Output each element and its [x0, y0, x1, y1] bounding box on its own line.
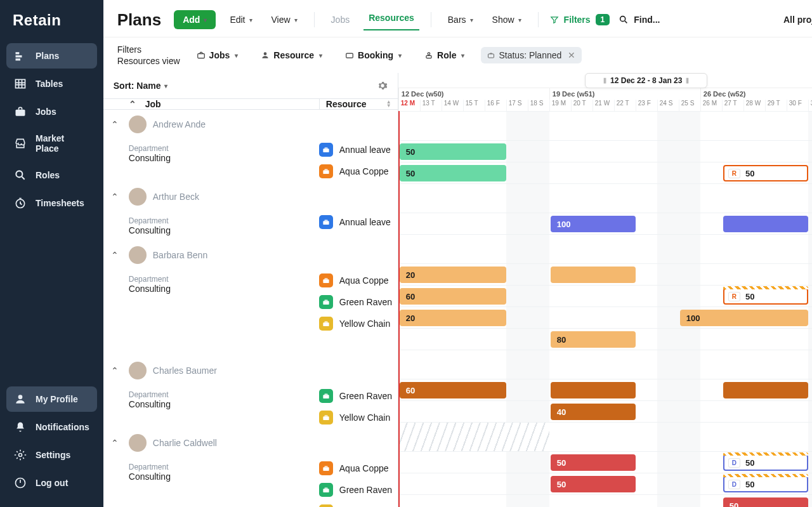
booking-bar[interactable]: R50 — [723, 165, 808, 181]
svg-rect-25 — [323, 468, 329, 471]
booking-bar[interactable]: 50 — [723, 497, 808, 507]
day-label: 17 S — [506, 100, 528, 111]
menu-view[interactable]: View▾ — [266, 11, 303, 29]
task-color-icon — [319, 164, 333, 178]
filter-tag-status[interactable]: Status: Planned✕ — [481, 47, 582, 63]
booking-bar[interactable] — [551, 382, 636, 398]
task-color-icon — [319, 461, 333, 475]
sort-icon[interactable]: ▲▼ — [386, 100, 391, 108]
booking-bar[interactable]: 100 — [551, 216, 636, 232]
filter-booking[interactable]: Booking▾ — [339, 47, 408, 63]
task-row[interactable]: Annual leave — [319, 211, 398, 233]
chevron-up-icon[interactable]: ⌃ — [111, 119, 122, 129]
add-button[interactable]: Add▾ — [174, 10, 216, 29]
booking-bar[interactable]: D50 — [723, 454, 808, 471]
menu-show[interactable]: Show▾ — [487, 11, 527, 29]
menu-bars[interactable]: Bars▾ — [443, 11, 478, 29]
profile-icon — [14, 393, 27, 405]
booking-bar[interactable]: 50 — [551, 454, 636, 471]
find-button[interactable]: Find... — [619, 15, 660, 25]
resource-group[interactable]: ⌃Charles Baumer — [103, 356, 398, 385]
task-row[interactable]: Yellow Chain — [319, 501, 398, 507]
svg-rect-22 — [323, 323, 329, 327]
task-color-icon — [319, 273, 333, 287]
plans-icon — [14, 49, 27, 62]
task-row[interactable]: Aqua Coppe — [319, 458, 398, 479]
booking-bar[interactable]: D50 — [723, 476, 808, 492]
timesheets-icon — [14, 197, 27, 209]
filters-button[interactable]: Filters 1 — [550, 14, 610, 25]
scope-selector[interactable]: All projects and resources▾ — [778, 11, 812, 29]
week-label: 26 Dec (w52) — [700, 88, 812, 100]
date-range-pill[interactable]: ⦀12 Dec 22 - 8 Jan 23⦀ — [585, 73, 707, 88]
booking-bar[interactable]: 50 — [400, 165, 506, 181]
task-row[interactable]: Aqua Coppe — [319, 270, 398, 291]
nav-gear[interactable]: Settings — [6, 442, 97, 468]
task-row[interactable]: Yellow Chain — [319, 407, 398, 428]
day-label: 26 M — [700, 100, 722, 111]
task-row[interactable]: Aqua Coppe — [319, 161, 398, 182]
task-color-icon — [319, 389, 333, 403]
gear-icon[interactable] — [377, 81, 388, 91]
booking-bar[interactable] — [723, 216, 808, 232]
search-icon — [619, 15, 629, 25]
booking-bar[interactable]: 40 — [551, 404, 636, 420]
day-label: 19 M — [549, 100, 571, 111]
chevron-up-icon[interactable]: ⌃ — [111, 250, 122, 260]
menu-edit[interactable]: Edit▾ — [225, 11, 257, 29]
booking-bar[interactable]: 60 — [400, 382, 506, 398]
booking-bar[interactable]: 60 — [400, 288, 506, 305]
briefcase-icon — [197, 51, 206, 60]
week-label: 12 Dec (w50) — [398, 88, 549, 100]
tab-resources[interactable]: Resources — [363, 9, 419, 30]
filter-role[interactable]: Role▾ — [418, 47, 471, 63]
col-resource[interactable]: Resource — [326, 99, 367, 109]
close-icon[interactable]: ✕ — [568, 50, 575, 60]
today-line — [398, 111, 400, 507]
dept-value: Consulting — [129, 284, 319, 294]
resource-group[interactable]: ⌃Barbara Benn — [103, 240, 398, 270]
nav-plans[interactable]: Plans — [6, 43, 97, 69]
nav-bell[interactable]: Notifications — [6, 414, 97, 440]
nav-timesheets[interactable]: Timesheets — [6, 190, 97, 216]
col-job: Job — [145, 99, 161, 109]
chevron-up-icon[interactable]: ⌃ — [111, 192, 122, 202]
task-row[interactable]: Green Raven — [319, 479, 398, 501]
task-row[interactable]: Yellow Chain — [319, 313, 398, 334]
booking-bar[interactable]: 20 — [400, 267, 506, 283]
booking-bar[interactable]: 80 — [551, 331, 636, 348]
day-label: 15 T — [463, 100, 485, 111]
booking-bar[interactable]: 50 — [400, 143, 506, 160]
tab-jobs[interactable]: Jobs — [326, 11, 355, 29]
task-row[interactable]: Green Raven — [319, 385, 398, 407]
nav-profile[interactable]: My Profile — [6, 386, 97, 412]
collapse-all-icon[interactable]: ⌃ — [129, 99, 136, 109]
dept-value: Consulting — [129, 225, 319, 235]
nav-logout[interactable]: Log out — [6, 470, 97, 496]
resource-group[interactable]: ⌃Andrew Ande — [103, 110, 398, 139]
booking-bar[interactable]: 50 — [551, 476, 636, 492]
avatar — [129, 115, 147, 133]
task-row[interactable]: Annual leave — [319, 139, 398, 161]
nav-market[interactable]: Market Place — [6, 127, 97, 160]
filter-jobs[interactable]: Jobs▾ — [190, 47, 245, 63]
resource-group[interactable]: ⌃Charlie Caldwell — [103, 428, 398, 458]
booking-bar[interactable] — [723, 382, 808, 398]
booking-bar[interactable]: 20 — [400, 310, 506, 326]
svg-rect-17 — [323, 149, 329, 153]
booking-bar[interactable] — [551, 267, 636, 283]
nav-tables[interactable]: Tables — [6, 71, 97, 96]
nav-jobs[interactable]: Jobs — [6, 99, 97, 124]
chevron-up-icon[interactable]: ⌃ — [111, 438, 122, 448]
task-row[interactable]: Green Raven — [319, 291, 398, 313]
booking-bar[interactable]: R50 — [723, 288, 808, 305]
jobs-icon — [14, 105, 27, 118]
chevron-up-icon[interactable]: ⌃ — [111, 365, 122, 376]
resource-group[interactable]: ⌃Arthur Beck — [103, 182, 398, 211]
nav-roles[interactable]: Roles — [6, 162, 97, 188]
filter-resource[interactable]: Resource▾ — [254, 47, 329, 63]
roles-icon — [14, 169, 27, 181]
booking-bar[interactable]: 100 — [680, 310, 808, 326]
briefcase-icon — [487, 51, 495, 59]
sort-selector[interactable]: Sort: Name▾ — [114, 81, 168, 91]
